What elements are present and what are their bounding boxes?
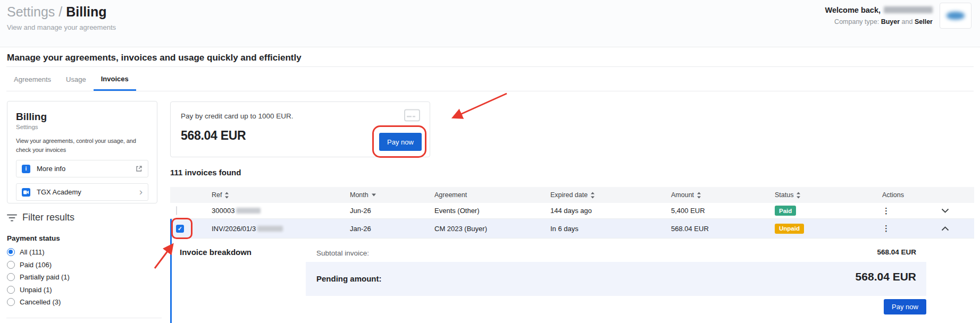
radio-label-partially-paid: Partially paid (1) (20, 273, 70, 281)
radio-label-paid: Paid (106) (20, 261, 52, 269)
column-header-amount[interactable]: Amount (671, 191, 775, 199)
tab-invoices[interactable]: Invoices (94, 68, 136, 91)
pending-amount-panel: Pending amount: 568.04 EUR (306, 262, 926, 296)
radio-label-cancelled: Cancelled (3) (20, 298, 61, 306)
column-header-expired-date[interactable]: Expired date (550, 191, 671, 199)
billing-card-subtitle: Settings (16, 124, 148, 130)
breadcrumb: Settings / Billing (7, 4, 107, 20)
radio-icon[interactable] (7, 261, 15, 269)
status-badge-paid: Paid (775, 206, 796, 216)
user-name-redacted (884, 6, 933, 13)
sort-icon (697, 192, 701, 199)
row-actions-kebab-icon[interactable]: ⋮ (882, 224, 890, 233)
pay-now-button-breakdown[interactable]: Pay now (884, 299, 926, 314)
cell-ref: 300003 (212, 207, 350, 215)
radio-option-all[interactable]: All (111) (7, 246, 70, 259)
cell-ref: INV/2026/01/3 (212, 225, 350, 233)
welcome-block: Welcome back, Company type: Buyer and Se… (825, 6, 933, 26)
radio-icon[interactable] (7, 298, 15, 306)
status-header-label: Status (775, 191, 793, 199)
radio-selected-icon[interactable] (7, 248, 15, 256)
info-icon: i (22, 165, 30, 173)
status-badge-unpaid: Unpaid (775, 224, 804, 234)
amount-header-label: Amount (671, 191, 694, 199)
tab-agreements[interactable]: Agreements (6, 68, 58, 91)
heading-divider (6, 66, 974, 67)
cell-agreement: Events (Other) (434, 207, 550, 215)
payment-status-label: Payment status (7, 234, 60, 242)
more-info-button[interactable]: i More info (16, 160, 148, 177)
ref-redacted (236, 208, 261, 214)
company-type-seller: Seller (915, 18, 933, 26)
cell-month: Jan-26 (350, 225, 434, 233)
chevron-right-icon: › (139, 186, 143, 197)
billing-card-title: Billing (16, 111, 148, 123)
tabs-divider (6, 91, 974, 91)
annotation-arrow-pay-now (454, 94, 507, 117)
billing-info-card: Billing Settings View your agreements, c… (7, 101, 157, 203)
month-header-label: Month (350, 191, 368, 199)
invoices-table: Ref Month Agreement Expired date Amount … (170, 187, 974, 239)
collapse-row-chevron-up-icon[interactable] (941, 226, 968, 231)
company-type-text: Company type: Buyer and Seller (825, 18, 933, 26)
radio-label-all: All (111) (20, 248, 44, 256)
billing-settings-page: { "header": { "breadcrumb_parent": "Sett… (0, 0, 980, 323)
sort-icon (224, 192, 229, 199)
agreement-header-label: Agreement (434, 191, 467, 199)
radio-option-partially-paid[interactable]: Partially paid (1) (7, 271, 70, 284)
radio-label-unpaid: Unpaid (1) (20, 286, 52, 294)
tgx-academy-label: TGX Academy (37, 188, 139, 196)
table-row-invoice-unpaid-selected[interactable]: ✓ INV/2026/01/3 Jan-26 CM 2023 (Buyer) I… (170, 219, 974, 239)
breadcrumb-settings[interactable]: Settings (7, 4, 55, 19)
cell-agreement: CM 2023 (Buyer) (434, 225, 550, 233)
row-actions-kebab-icon[interactable]: ⋮ (882, 206, 890, 215)
cell-amount: 5,400 EUR (671, 207, 775, 215)
sort-icon (796, 192, 801, 199)
video-camera-icon (22, 188, 30, 197)
company-type-and: and (902, 18, 913, 26)
page-subtitle: View and manage your agreements (7, 23, 116, 31)
row-checkbox-unchecked[interactable] (176, 206, 177, 215)
invoices-count: 111 invoices found (170, 168, 241, 177)
column-header-month[interactable]: Month (350, 191, 434, 199)
tab-usage[interactable]: Usage (58, 68, 94, 91)
column-header-status[interactable]: Status (775, 191, 876, 199)
table-row-invoice-paid[interactable]: 300003 Jun-26 Events (Other) 144 days ag… (170, 203, 974, 219)
column-header-agreement[interactable]: Agreement (434, 191, 550, 199)
expired-header-label: Expired date (550, 191, 588, 199)
sort-icon (590, 192, 595, 199)
expand-row-chevron-down-icon[interactable] (941, 208, 968, 213)
pending-amount-label: Pending amount: (316, 274, 382, 283)
table-header-row: Ref Month Agreement Expired date Amount … (170, 187, 974, 203)
tgx-academy-button[interactable]: TGX Academy › (16, 183, 148, 201)
credit-card-info-text: Pay by credit card up to 1000 EUR. (181, 112, 294, 120)
radio-icon[interactable] (7, 286, 15, 294)
expanded-row-accent-bar (170, 219, 172, 323)
radio-option-unpaid[interactable]: Unpaid (1) (7, 284, 70, 296)
company-logo-avatar[interactable] (940, 3, 971, 29)
logo-redacted-blob (947, 12, 965, 20)
ref-redacted (257, 226, 283, 232)
pay-now-button[interactable]: Pay now (379, 133, 422, 151)
amount-due: 568.04 EUR (181, 129, 246, 143)
row-checkbox-checked[interactable]: ✓ (176, 225, 184, 233)
external-link-icon (136, 165, 143, 172)
radio-icon[interactable] (7, 273, 15, 281)
subtotal-value: 568.04 EUR (877, 248, 916, 256)
column-header-ref[interactable]: Ref (212, 191, 350, 199)
pending-amount-value: 568.04 EUR (856, 270, 916, 283)
section-heading: Manage your agreements, invoices and usa… (7, 53, 301, 63)
sort-desc-icon (371, 193, 376, 197)
cell-expired-date: In 6 days (550, 225, 671, 233)
ref-text: INV/2026/01/3 (212, 225, 256, 233)
welcome-prefix: Welcome back, (825, 6, 881, 14)
tab-bar: Agreements Usage Invoices (6, 68, 136, 91)
radio-option-paid[interactable]: Paid (106) (7, 259, 70, 271)
billing-card-description: View your agreements, control your usage… (16, 137, 146, 154)
filter-results-title: Filter results (22, 212, 74, 223)
cell-amount: 568.04 EUR (671, 225, 775, 233)
more-info-label: More info (37, 165, 136, 173)
cell-month: Jun-26 (350, 207, 434, 215)
radio-option-cancelled[interactable]: Cancelled (3) (7, 296, 70, 309)
subtotal-label: Subtotal invoice: (316, 249, 369, 257)
